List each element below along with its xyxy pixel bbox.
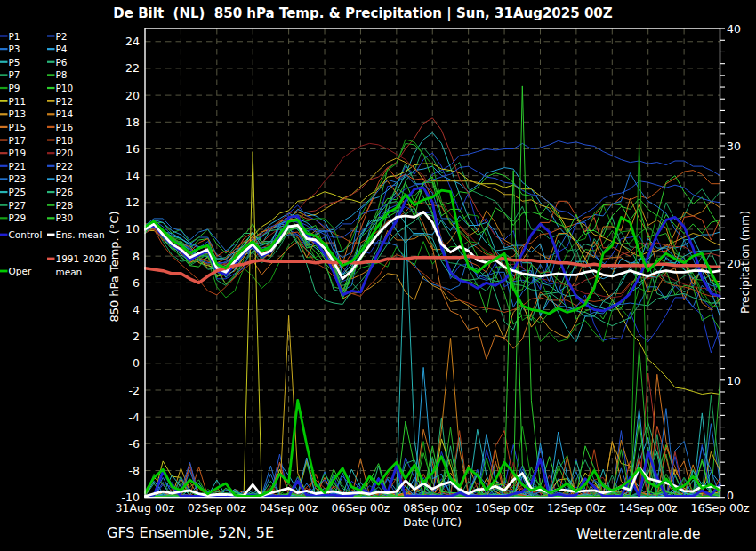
legend-member-P12-label: P12 bbox=[56, 96, 74, 107]
x-tick-label-8: 16Sep 00z bbox=[691, 501, 750, 515]
legend-member-P20-label: P20 bbox=[56, 148, 74, 158]
ensemble-meteogram: De Bilt (NL) 850 hPa Temp. & Precipitati… bbox=[0, 0, 756, 551]
y-left-tick-label-10: 10 bbox=[125, 222, 140, 236]
legend-member-P3-label: P3 bbox=[9, 44, 20, 54]
legend-member-P10-label: P10 bbox=[56, 83, 74, 93]
legend-member-P1-label: P1 bbox=[9, 31, 20, 42]
y-left-tick-label-14: 14 bbox=[125, 169, 140, 182]
y-right-axis-title: Precipitation (mm) bbox=[738, 211, 752, 314]
legend-member-P14-label: P14 bbox=[56, 108, 74, 119]
chart-canvas: De Bilt (NL) 850 hPa Temp. & Precipitati… bbox=[0, 0, 756, 551]
y-right-tick-label-10: 10 bbox=[727, 374, 741, 387]
y-left-tick-label-6: 6 bbox=[133, 276, 140, 290]
x-tick-label-4: 08Sep 00z bbox=[403, 501, 462, 515]
legend-member-P25-label: P25 bbox=[9, 187, 27, 197]
legend-member-P16-label: P16 bbox=[56, 122, 74, 132]
y-right-tick-label-30: 30 bbox=[727, 140, 741, 153]
legend-member-P26-label: P26 bbox=[56, 187, 74, 197]
legend-clim-label-2: mean bbox=[56, 267, 83, 277]
y-left-axis-title: 850 hPa Temp. (°C) bbox=[108, 211, 121, 322]
y-left-tick-label-12: 12 bbox=[125, 196, 140, 209]
legend-member-P29-label: P29 bbox=[9, 212, 27, 223]
y-left-tick-label-8: 8 bbox=[133, 250, 140, 263]
y-left-tick-label-22: 22 bbox=[125, 61, 140, 75]
legend-oper-label: Oper bbox=[9, 266, 32, 276]
legend-member-P19-label: P19 bbox=[9, 148, 27, 158]
y-right-tick-label-40: 40 bbox=[727, 22, 741, 36]
y-left-tick-label--4: -4 bbox=[129, 411, 141, 424]
x-tick-label-2: 04Sep 00z bbox=[260, 501, 318, 515]
y-left-tick-label-18: 18 bbox=[125, 116, 140, 129]
legend-member-P28-label: P28 bbox=[56, 200, 74, 211]
legend-member-P11-label: P11 bbox=[9, 96, 27, 107]
y-left-tick-label-24: 24 bbox=[125, 35, 140, 48]
legend-ens-mean-label: Ens. mean bbox=[56, 229, 105, 240]
legend-member-P6-label: P6 bbox=[56, 57, 68, 68]
x-axis-title: Date (UTC) bbox=[403, 516, 462, 529]
legend-member-P7-label: P7 bbox=[9, 69, 20, 80]
y-left-tick-label-16: 16 bbox=[125, 142, 140, 156]
legend-member-P2-label: P2 bbox=[56, 31, 68, 42]
legend-member-P22-label: P22 bbox=[56, 161, 74, 172]
y-left-tick-label--8: -8 bbox=[129, 464, 141, 477]
y-left-tick-label-2: 2 bbox=[133, 330, 140, 343]
footer-model-info: GFS Ensemble, 52N, 5E bbox=[107, 524, 274, 541]
legend-member-P23-label: P23 bbox=[9, 173, 27, 184]
legend-member-P15-label: P15 bbox=[9, 122, 27, 132]
y-left-tick-label-0: 0 bbox=[133, 356, 140, 370]
legend-member-P24-label: P24 bbox=[56, 173, 74, 184]
chart-title: De Bilt (NL) 850 hPa Temp. & Precipitati… bbox=[113, 5, 612, 22]
y-right-tick-label-0: 0 bbox=[727, 489, 734, 502]
y-left-tick-label--6: -6 bbox=[129, 437, 141, 451]
x-tick-label-1: 02Sep 00z bbox=[188, 501, 246, 515]
legend-member-P18-label: P18 bbox=[56, 135, 74, 146]
legend-member-P4-label: P4 bbox=[56, 44, 68, 54]
legend-member-P27-label: P27 bbox=[9, 200, 27, 211]
footer-site-name: Wetterzentrale.de bbox=[576, 526, 701, 542]
legend-member-P30-label: P30 bbox=[56, 212, 74, 223]
x-tick-label-7: 14Sep 00z bbox=[619, 501, 678, 515]
legend-member-P5-label: P5 bbox=[9, 57, 20, 68]
legend-member-P13-label: P13 bbox=[9, 108, 27, 119]
x-tick-label-6: 12Sep 00z bbox=[547, 501, 606, 515]
x-tick-label-0: 31Aug 00z bbox=[116, 501, 175, 515]
y-left-tick-label--2: -2 bbox=[129, 384, 140, 397]
y-left-tick-label-4: 4 bbox=[133, 303, 140, 316]
legend-member-P17-label: P17 bbox=[9, 135, 27, 146]
legend-clim-label-1: 1991-2020 bbox=[56, 253, 107, 264]
x-tick-label-3: 06Sep 00z bbox=[331, 501, 390, 515]
x-tick-label-5: 10Sep 00z bbox=[475, 501, 534, 515]
legend-member-P9-label: P9 bbox=[9, 83, 20, 93]
legend-control-label: Control bbox=[9, 229, 43, 240]
y-left-tick-label-20: 20 bbox=[125, 89, 140, 102]
legend-member-P8-label: P8 bbox=[56, 69, 68, 80]
legend-member-P21-label: P21 bbox=[9, 161, 27, 172]
